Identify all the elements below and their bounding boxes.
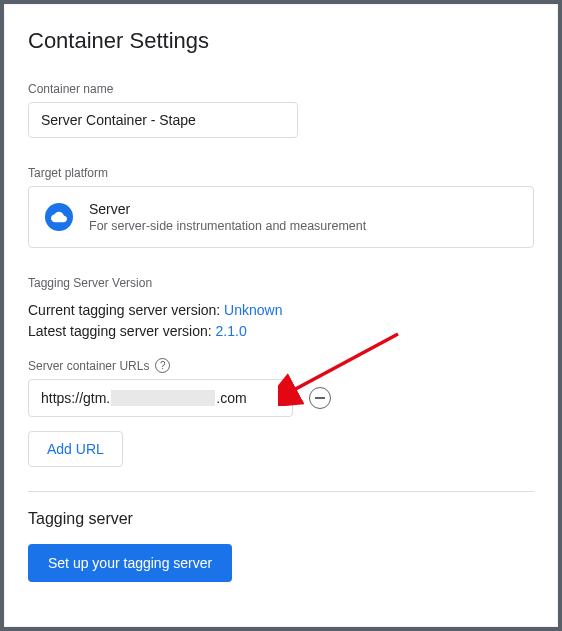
setup-tagging-server-button[interactable]: Set up your tagging server	[28, 544, 232, 582]
server-urls-label: Server container URLs	[28, 359, 149, 373]
cloud-icon	[45, 203, 73, 231]
tagging-version-label: Tagging Server Version	[28, 276, 534, 290]
redacted-segment	[111, 390, 215, 406]
divider	[28, 491, 534, 492]
server-url-input[interactable]: https://gtm..com	[28, 379, 293, 417]
current-version-link[interactable]: Unknown	[224, 302, 282, 318]
platform-description: For server-side instrumentation and meas…	[89, 219, 366, 233]
tagging-server-title: Tagging server	[28, 510, 534, 528]
page-title: Container Settings	[28, 28, 534, 54]
minus-icon	[315, 397, 325, 399]
target-platform-label: Target platform	[28, 166, 534, 180]
help-icon[interactable]: ?	[155, 358, 170, 373]
remove-url-button[interactable]	[309, 387, 331, 409]
platform-name: Server	[89, 201, 366, 217]
platform-card[interactable]: Server For server-side instrumentation a…	[28, 186, 534, 248]
latest-version-link[interactable]: 2.1.0	[216, 323, 247, 339]
container-name-input[interactable]	[28, 102, 298, 138]
container-name-label: Container name	[28, 82, 534, 96]
add-url-button[interactable]: Add URL	[28, 431, 123, 467]
latest-version-line: Latest tagging server version: 2.1.0	[28, 321, 534, 342]
current-version-line: Current tagging server version: Unknown	[28, 300, 534, 321]
